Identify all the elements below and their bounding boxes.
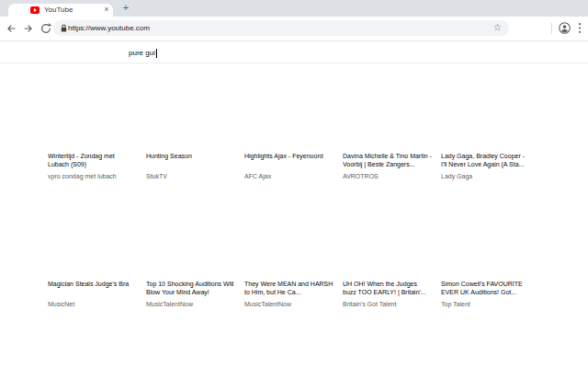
video-channel[interactable]: Top Talent [441, 300, 530, 308]
video-title[interactable]: Davina Michelle & Tino Martin - Voorbij … [343, 152, 432, 168]
video-title[interactable]: UH OH! When the Judges buzz TOO EARLY! |… [343, 280, 432, 296]
address-bar[interactable]: https://www.youtube.com ☆ [53, 20, 509, 36]
back-icon[interactable] [5, 22, 17, 35]
video-item: Highlights Ajax - Feyenoord AFC Ajax [244, 152, 334, 180]
search-input-value[interactable]: pure gui [129, 49, 155, 57]
video-title[interactable]: Highlights Ajax - Feyenoord [244, 152, 334, 168]
new-tab-icon[interactable]: + [119, 1, 133, 16]
youtube-page: pure gui Wintertijd - Zondag met Lubach … [0, 41, 588, 368]
profile-icon[interactable] [559, 22, 571, 34]
video-channel[interactable]: Britain's Got Talent [343, 300, 432, 308]
video-channel[interactable]: AVROTROS [343, 172, 432, 180]
video-channel[interactable]: MusicNet [48, 300, 137, 308]
toolbar-divider [551, 23, 552, 34]
video-title[interactable]: Simon Cowell's FAVOURITE EVER UK Auditio… [441, 280, 530, 296]
url-text[interactable]: https://www.youtube.com [68, 20, 150, 36]
tab-title: YouTube [44, 4, 73, 17]
youtube-favicon-icon [30, 6, 40, 14]
video-channel[interactable]: StukTV [146, 172, 235, 180]
video-row-1: Wintertijd - Zondag met Lubach (S09) vpr… [48, 152, 539, 180]
tab-youtube[interactable]: YouTube × [8, 4, 113, 17]
video-title[interactable]: Hunting Season [146, 152, 235, 168]
video-title[interactable]: They Were MEAN and HARSH to Him, but He … [244, 280, 334, 296]
menu-icon[interactable] [577, 22, 582, 34]
video-item: They Were MEAN and HARSH to Him, but He … [244, 280, 334, 308]
video-item: Simon Cowell's FAVOURITE EVER UK Auditio… [441, 280, 530, 308]
video-channel[interactable]: vpro zondag met lubach [48, 172, 137, 180]
video-item: Lady Gaga, Bradley Cooper - I'll Never L… [441, 152, 530, 180]
video-item: Magician Steals Judge's Bra MusicNet [48, 280, 137, 308]
video-channel[interactable]: Lady Gaga [441, 172, 530, 180]
video-channel[interactable]: AFC Ajax [244, 172, 334, 180]
masthead-divider [0, 63, 588, 63]
video-item: Wintertijd - Zondag met Lubach (S09) vpr… [48, 152, 137, 180]
video-channel[interactable]: MusicTalentNow [244, 300, 334, 308]
tab-strip: YouTube × + [0, 0, 588, 17]
video-row-2: Magician Steals Judge's Bra MusicNet Top… [48, 280, 539, 308]
browser-window: YouTube × + https://www.youtube.com ☆ [0, 0, 588, 368]
text-cursor [156, 49, 157, 58]
video-title[interactable]: Top 10 Shocking Auditions Will Blow Your… [146, 280, 235, 296]
video-title[interactable]: Wintertijd - Zondag met Lubach (S09) [48, 152, 137, 168]
refresh-icon[interactable] [40, 22, 52, 35]
video-item: Davina Michelle & Tino Martin - Voorbij … [343, 152, 432, 180]
video-item: UH OH! When the Judges buzz TOO EARLY! |… [343, 280, 432, 308]
video-title[interactable]: Lady Gaga, Bradley Cooper - I'll Never L… [441, 152, 530, 168]
video-title[interactable]: Magician Steals Judge's Bra [48, 280, 137, 296]
browser-toolbar: https://www.youtube.com ☆ [0, 17, 588, 41]
forward-icon[interactable] [22, 22, 35, 35]
video-item: Top 10 Shocking Auditions Will Blow Your… [146, 280, 235, 308]
video-channel[interactable]: MusicTalentNow [146, 300, 235, 308]
video-item: Hunting Season StukTV [146, 152, 235, 180]
bookmark-star-icon[interactable]: ☆ [493, 20, 502, 36]
search-input[interactable]: pure gui [129, 47, 157, 59]
tab-close-icon[interactable]: × [100, 4, 113, 17]
